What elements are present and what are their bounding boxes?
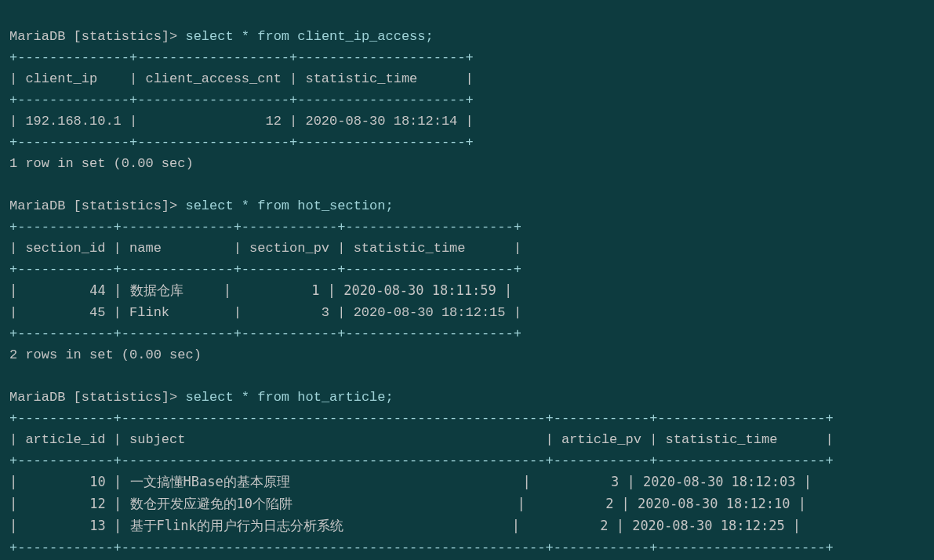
table-row: | 12 | 数仓开发应避免的10个陷阱 | 2 | 2020-08-30 18… xyxy=(9,496,806,511)
terminal-output: MariaDB [statistics]> select * from clie… xyxy=(0,0,934,560)
table-header-row: | article_id | subject | article_pv | st… xyxy=(9,432,834,447)
table-row: | 44 | 数据仓库 | 1 | 2020-08-30 18:11:59 | xyxy=(9,282,512,298)
table-border: +--------------+-------------------+----… xyxy=(9,135,474,150)
table-border: +------------+--------------+-----------… xyxy=(9,220,522,235)
table-header-row: | section_id | name | section_pv | stati… xyxy=(9,241,522,256)
db-prompt: MariaDB [statistics]> xyxy=(9,390,177,405)
table-row: | 13 | 基于Flink的用户行为日志分析系统 | 2 | 2020-08-… xyxy=(9,518,801,533)
sql-query-2: select * from hot_section; xyxy=(185,198,393,213)
table-header-row: | client_ip | client_access_cnt | statis… xyxy=(9,71,474,86)
sql-query-1: select * from client_ip_access; xyxy=(185,29,433,44)
table-border: +------------+--------------------------… xyxy=(9,453,834,468)
sql-query-3: select * from hot_article; xyxy=(185,390,393,405)
table-border: +------------+--------------------------… xyxy=(9,411,834,426)
table-row: | 45 | Flink | 3 | 2020-08-30 18:12:15 | xyxy=(9,305,522,320)
table-border: +--------------+-------------------+----… xyxy=(9,50,474,65)
table-row: | 10 | 一文搞懂HBase的基本原理 | 3 | 2020-08-30 1… xyxy=(9,474,812,489)
table-border: +------------+--------------+-----------… xyxy=(9,262,522,277)
rows-status: 1 row in set (0.00 sec) xyxy=(9,156,194,171)
db-prompt: MariaDB [statistics]> xyxy=(9,29,177,44)
table-border: +--------------+-------------------+----… xyxy=(9,93,474,107)
table-row: | 192.168.10.1 | 12 | 2020-08-30 18:12:1… xyxy=(9,114,474,129)
table-border: +------------+--------------------------… xyxy=(9,540,834,555)
db-prompt: MariaDB [statistics]> xyxy=(9,198,177,213)
table-border: +------------+--------------+-----------… xyxy=(9,326,522,341)
rows-status: 2 rows in set (0.00 sec) xyxy=(9,347,202,362)
